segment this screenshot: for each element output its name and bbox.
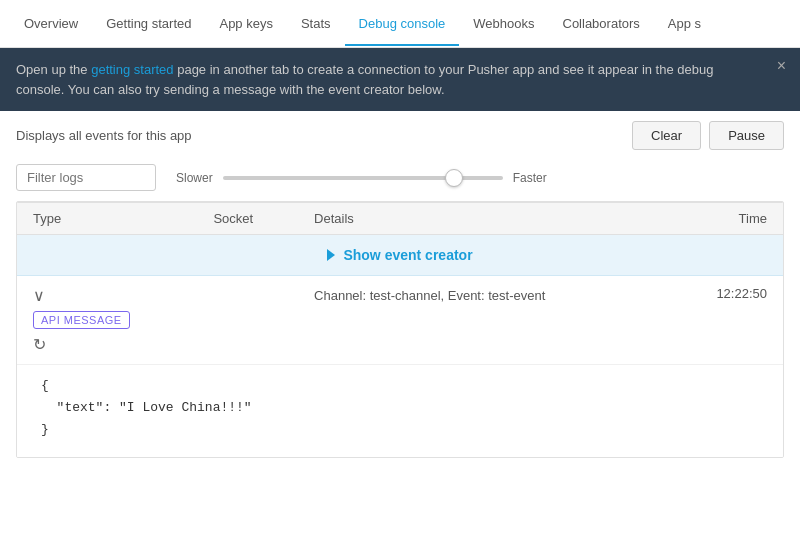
faster-label: Faster [513,171,547,185]
json-row: { "text": "I Love China!!!" } [17,365,783,458]
json-cell: { "text": "I Love China!!!" } [17,365,783,458]
nav-webhooks[interactable]: Webhooks [459,2,548,45]
event-creator-button[interactable]: Show event creator [33,247,767,263]
filter-logs-input[interactable] [16,164,156,191]
table-header-row: Type Socket Details Time [17,203,783,235]
nav-collaborators[interactable]: Collaborators [549,2,654,45]
log-table: Type Socket Details Time Show event crea… [17,202,783,457]
nav-app-s[interactable]: App s [654,2,715,45]
details-cell: Channel: test-channel, Event: test-event [298,276,667,365]
event-creator-cell[interactable]: Show event creator [17,235,783,276]
nav-stats[interactable]: Stats [287,2,345,45]
display-label: Displays all events for this app [16,128,192,143]
clear-button[interactable]: Clear [632,121,701,150]
banner-close-button[interactable]: × [777,58,786,74]
chevron-right-icon [327,249,335,261]
col-socket: Socket [197,203,298,235]
event-creator-label: Show event creator [343,247,472,263]
nav-overview[interactable]: Overview [10,2,92,45]
log-table-wrapper: Type Socket Details Time Show event crea… [16,201,784,458]
event-creator-row[interactable]: Show event creator [17,235,783,276]
nav-debug-console[interactable]: Debug console [345,2,460,45]
refresh-icon[interactable]: ↻ [33,335,181,354]
filter-row: Slower Faster [0,160,800,201]
socket-cell [197,276,298,365]
col-details: Details [298,203,667,235]
banner-text-before: Open up the [16,62,91,77]
table-row: ∨ API MESSAGE ↻ Channel: test-channel, E… [17,276,783,365]
banner-link[interactable]: getting started [91,62,173,77]
col-time: Time [667,203,783,235]
expand-icon[interactable]: ∨ [33,286,181,305]
nav-getting-started[interactable]: Getting started [92,2,205,45]
time-cell: 12:22:50 [667,276,783,365]
info-banner: Open up the getting started page in anot… [0,48,800,111]
api-badge: API MESSAGE [33,311,130,329]
type-cell: ∨ API MESSAGE ↻ [17,276,197,365]
pause-button[interactable]: Pause [709,121,784,150]
navigation: Overview Getting started App keys Stats … [0,0,800,48]
col-type: Type [17,203,197,235]
controls-row: Displays all events for this app Clear P… [0,111,800,160]
speed-slider[interactable] [223,176,503,180]
action-buttons: Clear Pause [632,121,784,150]
nav-app-keys[interactable]: App keys [205,2,286,45]
speed-slider-container: Slower Faster [176,171,784,185]
slower-label: Slower [176,171,213,185]
